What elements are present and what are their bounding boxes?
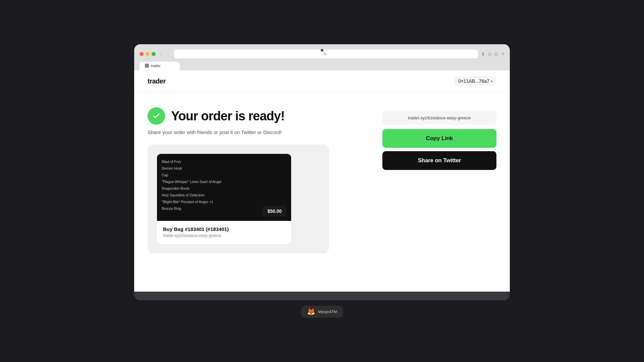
price-badge: $50.00 [263,206,286,216]
app-main: Your order is ready! Share your order wi… [134,92,510,267]
taskbar-app-icon[interactable]: 🦊 [307,308,315,316]
order-card: Maul of Fury Demon Husk Cap "Plague Whis… [157,154,291,244]
traffic-light-yellow[interactable] [146,52,150,56]
list-item: Maul of Fury [162,159,286,165]
order-ready-heading: Your order is ready! [148,107,366,125]
subheading-text: Share your order with friends or post it… [148,129,366,135]
taskbar: 🦊 MarginATM [301,306,343,318]
app-logo: trader [148,77,166,85]
share-panel: trader.xyz/t/zealous-easy-greece Copy Li… [382,107,496,253]
nav-forward-button[interactable]: › [166,52,170,57]
share-twitter-button[interactable]: Share on Twitter [382,151,496,170]
card-title: Buy Bag #183401 (#183401) [163,226,285,232]
list-item: "Blight Bite" Pendant of Anger +1 [162,199,286,205]
browser-chrome: ‹ › ↻ ⬇ ⎙ ⊡ + trader [134,44,510,70]
left-section: Your order is ready! Share your order wi… [148,107,366,253]
card-items-list: Maul of Fury Demon Husk Cap "Plague Whis… [162,159,286,212]
chevron-down-icon: ▾ [491,79,492,83]
list-item: Cap [162,172,286,179]
tab-label: trader [151,64,161,68]
taskbar-app-label: MarginATM [318,310,337,314]
list-item: Holy Gauntlets of Detection [162,192,286,199]
wallet-address-text: 0×11AB...76a7 [458,78,489,84]
card-image: Maul of Fury Demon Husk Cap "Plague Whis… [157,154,291,221]
traffic-light-green[interactable] [152,52,156,56]
tab-favicon [145,64,149,68]
share-icon[interactable]: ⎙ [488,52,491,57]
wallet-address-button[interactable]: 0×11AB...76a7 ▾ [454,76,496,86]
add-tab-button[interactable]: + [501,51,504,57]
nav-back-button[interactable]: ‹ [159,52,163,57]
card-info: Buy Bag #183401 (#183401) trader.xyz/t/z… [157,221,291,244]
copy-link-button[interactable]: Copy Link [382,129,496,148]
active-tab[interactable]: trader [140,62,180,70]
share-url-text: trader.xyz/t/zealous-easy-greece [408,115,471,120]
camera-notch [321,49,323,52]
list-item: "Plague Whisper" Linen Sash of Anger [162,179,286,185]
traffic-lights [140,52,156,56]
list-item: Dragonskin Boots [162,185,286,192]
download-icon[interactable]: ⬇ [481,52,485,57]
laptop-bottom [134,292,510,300]
page-title: Your order is ready! [171,109,284,123]
sidebar-icon[interactable]: ⊡ [494,52,498,57]
list-item: Demon Husk [162,165,286,172]
address-bar[interactable]: ↻ [174,50,478,58]
traffic-light-red[interactable] [140,52,144,56]
refresh-icon: ↻ [323,52,327,56]
share-url-display: trader.xyz/t/zealous-easy-greece [382,111,496,125]
order-card-container: Maul of Fury Demon Husk Cap "Plague Whis… [148,144,329,253]
check-circle-icon [148,107,165,125]
browser-content: trader 0×11AB...76a7 ▾ [134,70,510,292]
app-header: trader 0×11AB...76a7 ▾ [134,70,510,92]
card-url: trader.xyz/t/zealous-easy-greece [163,233,285,238]
